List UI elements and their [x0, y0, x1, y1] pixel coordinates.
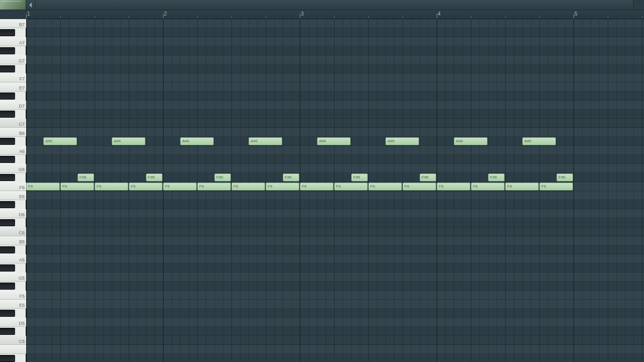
grid-lane[interactable]: [26, 263, 644, 273]
back-button[interactable]: [26, 0, 35, 10]
midi-note[interactable]: F6: [334, 183, 368, 191]
midi-note[interactable]: A#6: [522, 137, 556, 145]
midi-note[interactable]: A#6: [112, 137, 145, 145]
midi-note[interactable]: F#6: [488, 173, 505, 182]
grid-lane[interactable]: [26, 245, 644, 254]
timeline-ruler[interactable]: 123456: [26, 10, 644, 19]
piano-black-key[interactable]: [0, 246, 15, 253]
piano-white-key[interactable]: D7: [0, 101, 26, 110]
midi-note[interactable]: F6: [26, 183, 60, 191]
midi-note[interactable]: F6: [539, 183, 573, 191]
grid-lane[interactable]: [26, 73, 644, 82]
midi-note[interactable]: F#6: [283, 173, 299, 182]
grid-lane[interactable]: [26, 101, 644, 110]
piano-black-key[interactable]: [0, 65, 15, 72]
midi-note[interactable]: A#6: [249, 137, 282, 145]
piano-black-key[interactable]: [0, 219, 15, 226]
piano-white-key[interactable]: B5: [0, 236, 26, 245]
midi-note[interactable]: A#6: [180, 137, 214, 145]
grid-lane[interactable]: [26, 218, 644, 227]
piano-white-key[interactable]: A5: [0, 254, 26, 263]
grid-lane[interactable]: [26, 146, 644, 155]
grid-lane[interactable]: [26, 345, 644, 354]
midi-note[interactable]: F6: [368, 183, 402, 191]
window-grab-handle[interactable]: [0, 0, 26, 10]
grid-lane[interactable]: [26, 291, 644, 300]
midi-note[interactable]: F#6: [420, 173, 436, 182]
piano-white-key[interactable]: E7: [0, 82, 26, 92]
grid-lane[interactable]: [26, 19, 644, 28]
midi-note[interactable]: F6: [471, 183, 505, 191]
grid-lane[interactable]: [26, 327, 644, 336]
grid-lane[interactable]: [26, 336, 644, 345]
piano-black-key[interactable]: [0, 47, 15, 54]
piano-black-key[interactable]: [0, 156, 15, 163]
midi-note[interactable]: F#6: [77, 173, 94, 182]
piano-black-key[interactable]: [0, 93, 15, 100]
midi-note[interactable]: F6: [403, 183, 436, 191]
grid-lane[interactable]: [26, 37, 644, 46]
piano-black-key[interactable]: [0, 138, 15, 145]
grid-lane[interactable]: [26, 92, 644, 101]
piano-black-key[interactable]: [0, 29, 15, 36]
piano-black-key[interactable]: [0, 310, 15, 317]
piano-white-key[interactable]: F7: [0, 73, 26, 82]
piano-white-key[interactable]: F6: [0, 182, 26, 191]
piano-black-key[interactable]: [0, 328, 15, 335]
piano-white-key[interactable]: C5: [0, 336, 26, 345]
grid-lane[interactable]: [26, 309, 644, 318]
grid-lane[interactable]: [26, 64, 644, 73]
grid-lane[interactable]: [26, 209, 644, 218]
grid-lane[interactable]: [26, 155, 644, 164]
piano-black-key[interactable]: [0, 201, 15, 208]
grid-lane[interactable]: [26, 282, 644, 291]
grid-lane[interactable]: [26, 254, 644, 263]
grid-lane[interactable]: [26, 318, 644, 327]
piano-white-key[interactable]: B6: [0, 128, 26, 137]
grid-lane[interactable]: [26, 55, 644, 64]
grid-lane[interactable]: [26, 191, 644, 200]
grid-lane[interactable]: [26, 227, 644, 236]
midi-note[interactable]: F#6: [351, 173, 368, 182]
midi-note[interactable]: F#6: [214, 173, 231, 182]
piano-white-key[interactable]: D5: [0, 318, 26, 327]
piano-white-key[interactable]: G7: [0, 55, 26, 64]
grid-lane[interactable]: [26, 164, 644, 173]
horizontal-scroll-handle[interactable]: [633, 0, 644, 10]
grid-lane[interactable]: [26, 354, 644, 362]
piano-keyboard[interactable]: B7A7G7F7E7D7C7B6A6G6F6E6D6C6B5A5G5F5E5D5…: [0, 19, 26, 362]
piano-white-key[interactable]: A6: [0, 146, 26, 155]
grid-lane[interactable]: [26, 173, 644, 182]
piano-white-key[interactable]: G5: [0, 273, 26, 282]
grid-lane[interactable]: [26, 110, 644, 119]
piano-black-key[interactable]: [0, 264, 15, 272]
piano-white-key[interactable]: A7: [0, 37, 26, 46]
piano-white-key[interactable]: C7: [0, 119, 26, 128]
midi-note[interactable]: F6: [505, 183, 539, 191]
midi-note[interactable]: A#6: [385, 137, 419, 145]
piano-white-key[interactable]: E5: [0, 300, 26, 309]
piano-black-key[interactable]: [0, 355, 15, 362]
midi-note[interactable]: A#6: [43, 137, 77, 145]
grid-lane[interactable]: [26, 300, 644, 309]
grid-lane[interactable]: [26, 200, 644, 209]
piano-white-key[interactable]: G6: [0, 164, 26, 173]
piano-white-key[interactable]: F5: [0, 291, 26, 300]
midi-note[interactable]: F6: [300, 183, 334, 191]
midi-note[interactable]: A#6: [454, 137, 488, 145]
midi-note[interactable]: F#6: [146, 173, 163, 182]
piano-white-key[interactable]: E6: [0, 191, 26, 200]
piano-black-key[interactable]: [0, 283, 15, 290]
midi-note[interactable]: F6: [129, 183, 163, 191]
grid-lane[interactable]: [26, 82, 644, 92]
pattern-name-field[interactable]: [35, 0, 633, 10]
piano-white-key[interactable]: D6: [0, 209, 26, 218]
piano-black-key[interactable]: [0, 174, 15, 181]
piano-white-key[interactable]: B7: [0, 19, 26, 28]
grid-lane[interactable]: [26, 46, 644, 55]
piano-black-key[interactable]: [0, 111, 15, 118]
midi-note[interactable]: F6: [437, 183, 470, 191]
note-grid[interactable]: A#6A#6A#6A#6A#6A#6A#6A#6F#6F#6F#6F#6F#6F…: [26, 19, 644, 362]
grid-lane[interactable]: [26, 128, 644, 137]
midi-note[interactable]: F6: [266, 183, 299, 191]
